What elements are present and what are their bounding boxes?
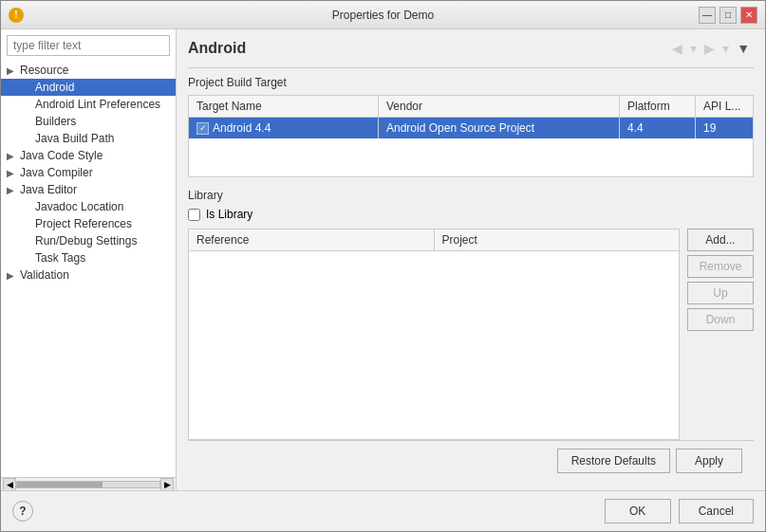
sidebar-item-task-tags[interactable]: Task Tags: [1, 249, 176, 266]
properties-dialog: ! Properties for Demo — □ ✕ ▶ Resource: [0, 0, 766, 532]
nav-back-button[interactable]: ◀: [668, 39, 686, 58]
panel-nav: ◀ ▾ ▶ ▾ ▼: [668, 39, 754, 58]
expand-arrow: ▶: [7, 151, 18, 161]
library-buttons: Add... Remove Up Down: [687, 229, 754, 440]
sidebar-item-label: Android: [35, 81, 74, 94]
target-name-value: Android 4.4: [213, 121, 271, 135]
sidebar-item-label: Java Code Style: [20, 149, 103, 162]
minimize-button[interactable]: —: [699, 7, 716, 24]
sidebar-item-label: Task Tags: [35, 251, 85, 265]
action-bar: Restore Defaults Apply: [188, 440, 754, 481]
sidebar-item-label: Java Compiler: [20, 166, 93, 179]
lib-col-reference: Reference: [189, 229, 435, 250]
lib-table-body: [189, 251, 679, 438]
sidebar-item-label: Project References: [35, 217, 132, 230]
help-button[interactable]: ?: [12, 501, 33, 522]
add-button[interactable]: Add...: [687, 229, 754, 251]
col-header-platform: Platform: [620, 96, 696, 117]
expand-arrow: ▶: [7, 185, 18, 195]
build-target-section: Project Build Target Target Name Vendor …: [188, 76, 754, 177]
apply-button[interactable]: Apply: [676, 449, 742, 473]
expand-arrow: ▶: [7, 270, 18, 281]
scrollbar-thumb: [17, 482, 103, 487]
sidebar-item-java-build-path[interactable]: Java Build Path: [1, 130, 176, 147]
row-checkbox[interactable]: ✓: [196, 122, 209, 135]
app-icon: !: [9, 8, 24, 23]
sidebar-item-label: Run/Debug Settings: [35, 234, 137, 248]
col-header-target-name: Target Name: [189, 96, 379, 117]
library-table: Reference Project: [188, 229, 680, 440]
scrollbar-track[interactable]: [16, 481, 160, 488]
up-button[interactable]: Up: [687, 282, 754, 304]
action-buttons: Restore Defaults Apply: [557, 449, 742, 473]
filter-input[interactable]: [7, 35, 170, 56]
footer-right: OK Cancel: [605, 499, 754, 523]
build-target-label: Project Build Target: [188, 76, 754, 89]
col-header-vendor: Vendor: [379, 96, 620, 117]
nav-separator: ▾: [690, 41, 697, 56]
sidebar-item-validation[interactable]: ▶ Validation: [1, 266, 176, 284]
sidebar-item-label: Javadoc Location: [35, 200, 123, 213]
sidebar-item-label: Java Build Path: [35, 132, 114, 145]
expand-arrow: ▶: [7, 65, 18, 76]
close-button[interactable]: ✕: [740, 7, 757, 24]
sidebar-item-label: Android Lint Preferences: [35, 98, 160, 111]
sidebar-scrollbar[interactable]: ◀ ▶: [1, 477, 176, 490]
nav-forward-button[interactable]: ▶: [701, 39, 719, 58]
sidebar-item-java-compiler[interactable]: ▶ Java Compiler: [1, 164, 176, 181]
sidebar-item-label: Java Editor: [20, 183, 77, 196]
ok-button[interactable]: OK: [605, 499, 671, 523]
main-content: ▶ Resource Android Android Lint Preferen…: [1, 29, 765, 490]
sidebar-item-run-debug[interactable]: Run/Debug Settings: [1, 232, 176, 249]
sidebar-item-javadoc-location[interactable]: Javadoc Location: [1, 198, 176, 215]
sidebar-item-label: Validation: [20, 268, 69, 282]
lib-col-project: Project: [435, 229, 680, 250]
tree-area: ▶ Resource Android Android Lint Preferen…: [1, 62, 176, 477]
cancel-button[interactable]: Cancel: [679, 499, 754, 523]
panel-header: Android ◀ ▾ ▶ ▾ ▼: [188, 39, 754, 58]
api-cell: 19: [696, 118, 753, 138]
is-library-checkbox[interactable]: [188, 209, 200, 221]
sidebar-item-builders[interactable]: Builders: [1, 113, 176, 130]
title-bar: ! Properties for Demo — □ ✕: [1, 1, 765, 29]
vendor-cell: Android Open Source Project: [379, 118, 620, 138]
restore-defaults-button[interactable]: Restore Defaults: [557, 449, 670, 473]
expand-arrow: ▶: [7, 168, 18, 178]
nav-separator2: ▾: [722, 41, 729, 56]
library-content: Reference Project Add... Remove Up Down: [188, 229, 754, 440]
right-panel: Android ◀ ▾ ▶ ▾ ▼ Project Build Target T…: [177, 29, 765, 490]
table-empty-space: [189, 138, 753, 176]
lib-table-header: Reference Project: [189, 229, 679, 251]
sidebar-item-label: Resource: [20, 64, 68, 77]
window-title: Properties for Demo: [332, 9, 434, 22]
library-label: Library: [188, 189, 754, 202]
sidebar-item-android[interactable]: Android: [1, 79, 176, 96]
sidebar-item-label: Builders: [35, 115, 76, 128]
build-target-table: Target Name Vendor Platform API L... ✓ A…: [188, 95, 754, 177]
scroll-left-arrow[interactable]: ◀: [3, 478, 16, 491]
panel-title: Android: [188, 40, 246, 57]
footer-left: ?: [12, 501, 33, 522]
sidebar-item-resource[interactable]: ▶ Resource: [1, 62, 176, 79]
sidebar-item-java-code-style[interactable]: ▶ Java Code Style: [1, 147, 176, 164]
sidebar-item-android-lint[interactable]: Android Lint Preferences: [1, 96, 176, 113]
target-name-cell: ✓ Android 4.4: [189, 118, 379, 138]
dialog-footer: ? OK Cancel: [1, 490, 765, 531]
table-header: Target Name Vendor Platform API L...: [189, 96, 753, 118]
col-header-api: API L...: [696, 96, 753, 117]
maximize-button[interactable]: □: [719, 7, 737, 24]
is-library-row: Is Library: [188, 208, 754, 221]
sidebar-item-project-references[interactable]: Project References: [1, 215, 176, 232]
title-bar-left: !: [9, 8, 24, 23]
library-section: Library Is Library Reference Project Add: [188, 189, 754, 440]
down-button[interactable]: Down: [687, 308, 754, 331]
nav-dropdown-button[interactable]: ▼: [733, 39, 754, 58]
table-row[interactable]: ✓ Android 4.4 Android Open Source Projec…: [189, 118, 753, 138]
remove-button[interactable]: Remove: [687, 255, 754, 278]
platform-cell: 4.4: [620, 118, 696, 138]
sidebar-item-java-editor[interactable]: ▶ Java Editor: [1, 181, 176, 198]
sidebar: ▶ Resource Android Android Lint Preferen…: [1, 29, 177, 490]
scroll-right-arrow[interactable]: ▶: [160, 478, 174, 491]
window-controls: — □ ✕: [699, 7, 757, 24]
is-library-label: Is Library: [206, 208, 252, 221]
